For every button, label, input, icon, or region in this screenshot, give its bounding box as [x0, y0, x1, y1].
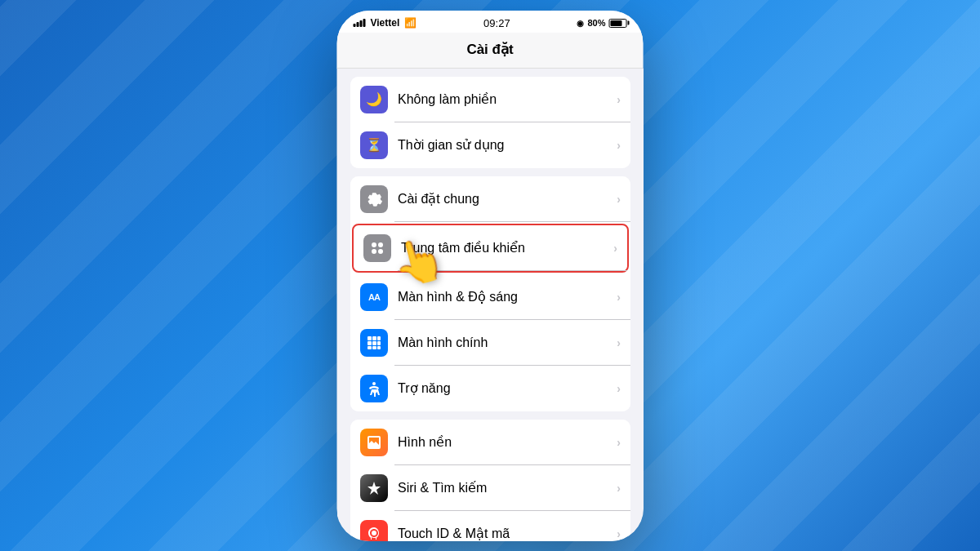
chevron-icon: ›: [613, 242, 617, 255]
settings-group-2: Cài đặt chung › Trung tâm điều khiển ›: [350, 176, 630, 411]
settings-list[interactable]: 🌙 Không làm phiền › ⏳ Thời gian sử dụng …: [337, 69, 644, 541]
svg-rect-4: [368, 336, 372, 340]
svg-rect-11: [372, 346, 376, 349]
wallpaper-icon: [360, 429, 388, 456]
sidebar-item-man-hinh-chinh[interactable]: Màn hình chính ›: [350, 320, 630, 366]
chevron-icon: ›: [617, 436, 621, 449]
item-label-siri-tim-kiem: Siri & Tìm kiếm: [398, 480, 617, 495]
page-title: Cài đặt: [466, 42, 513, 57]
status-time: 09:27: [483, 17, 510, 29]
item-label-man-hinh-do-sang: Màn hình & Độ sáng: [398, 289, 617, 304]
battery-icon: [609, 19, 627, 28]
carrier-label: Viettel: [371, 17, 400, 29]
gap-2: [337, 168, 644, 176]
chevron-icon: ›: [617, 193, 621, 206]
svg-rect-5: [372, 336, 376, 340]
item-label-thoi-gian-su-dung: Thời gian sử dụng: [398, 137, 617, 153]
signal-bar-4: [363, 19, 366, 27]
signal-bar-1: [354, 24, 356, 27]
phone-frame: Viettel 📶 09:27 ◉ 80% Cài đặt 🌙 Không là…: [337, 11, 644, 541]
location-icon: ◉: [577, 19, 584, 28]
chevron-icon: ›: [617, 482, 621, 495]
battery-fill: [611, 20, 622, 26]
sidebar-item-man-hinh-do-sang[interactable]: AA Màn hình & Độ sáng ›: [350, 274, 630, 320]
signal-bars: [354, 19, 366, 27]
item-label-tro-nang: Trợ năng: [398, 380, 617, 396]
sidebar-item-cai-dat-chung[interactable]: Cài đặt chung ›: [350, 176, 630, 222]
battery-percent: 80%: [587, 18, 605, 28]
settings-group-1: 🌙 Không làm phiền › ⏳ Thời gian sử dụng …: [350, 77, 630, 168]
gear-icon: [360, 185, 388, 213]
nav-bar: Cài đặt: [337, 33, 644, 69]
item-label-hinh-nen: Hình nền: [398, 434, 617, 450]
chevron-icon: ›: [617, 336, 621, 349]
signal-bar-2: [357, 22, 359, 27]
moon-icon: 🌙: [360, 86, 388, 113]
settings-group-3: Hình nền › Siri & Tìm kiếm › Tou: [350, 420, 630, 541]
status-left: Viettel 📶: [354, 17, 417, 29]
display-icon: AA: [360, 283, 388, 311]
svg-point-0: [372, 242, 376, 247]
svg-rect-6: [377, 336, 381, 340]
accessibility-icon: [360, 375, 388, 402]
svg-rect-12: [377, 346, 381, 349]
svg-point-2: [372, 249, 376, 254]
svg-marker-14: [368, 482, 381, 495]
svg-point-1: [378, 242, 383, 247]
signal-bar-3: [360, 20, 363, 27]
grid-icon: [360, 329, 388, 357]
item-label-khong-lam-phien: Không làm phiền: [398, 91, 617, 107]
svg-rect-7: [368, 341, 372, 345]
sidebar-item-trung-tam-dieu-khien[interactable]: Trung tâm điều khiển ›: [352, 224, 629, 273]
sidebar-item-khong-lam-phien[interactable]: 🌙 Không làm phiền ›: [350, 77, 630, 122]
item-label-touch-id-mat-ma: Touch ID & Mật mã: [398, 526, 617, 541]
sidebar-item-thoi-gian-su-dung[interactable]: ⏳ Thời gian sử dụng ›: [350, 122, 630, 168]
siri-icon: [360, 474, 388, 502]
item-label-man-hinh-chinh: Màn hình chính: [398, 335, 617, 350]
svg-point-13: [372, 382, 376, 385]
status-right: ◉ 80%: [577, 18, 626, 28]
item-label-trung-tam-dieu-khien: Trung tâm điều khiển: [401, 240, 613, 256]
controls-icon: [363, 234, 391, 262]
chevron-icon: ›: [617, 527, 621, 540]
chevron-icon: ›: [617, 93, 621, 106]
gap-top: [337, 69, 644, 77]
svg-rect-8: [372, 341, 376, 345]
hourglass-icon: ⏳: [360, 131, 388, 159]
sidebar-item-tro-nang[interactable]: Trợ năng ›: [350, 366, 630, 411]
sidebar-item-hinh-nen[interactable]: Hình nền ›: [350, 420, 630, 465]
sidebar-item-siri-tim-kiem[interactable]: Siri & Tìm kiếm ›: [350, 465, 630, 511]
svg-rect-9: [377, 341, 381, 345]
status-bar: Viettel 📶 09:27 ◉ 80%: [337, 11, 644, 33]
svg-point-3: [378, 249, 383, 254]
wifi-icon: 📶: [404, 17, 416, 29]
chevron-icon: ›: [617, 291, 621, 304]
item-label-cai-dat-chung: Cài đặt chung: [398, 191, 617, 207]
gap-3: [337, 411, 644, 420]
touchid-icon: [360, 520, 388, 541]
chevron-icon: ›: [617, 139, 621, 152]
svg-rect-10: [368, 346, 372, 349]
sidebar-item-touch-id-mat-ma[interactable]: Touch ID & Mật mã ›: [350, 511, 630, 541]
chevron-icon: ›: [617, 382, 621, 395]
